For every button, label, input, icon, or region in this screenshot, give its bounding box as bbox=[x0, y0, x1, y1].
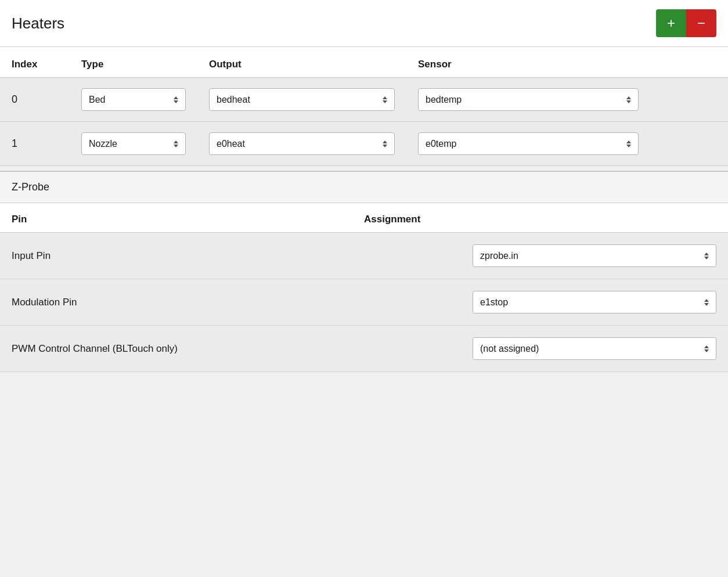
row-1-output-cell: bedheat e0heat e1heat bbox=[209, 132, 418, 155]
table-row: 1 Bed Nozzle Chamber bedheat e0heat e1he… bbox=[0, 122, 728, 165]
col-header-type: Type bbox=[81, 59, 209, 70]
row-0-sensor-cell: bedtemp e0temp e1temp bbox=[418, 88, 716, 111]
row-1-sensor-select[interactable]: bedtemp e0temp e1temp bbox=[418, 132, 639, 155]
header: Heaters + − bbox=[0, 0, 728, 47]
row-0-output-cell: bedheat e0heat e1heat bbox=[209, 88, 418, 111]
row-0-index: 0 bbox=[12, 93, 81, 106]
col-header-sensor: Sensor bbox=[418, 59, 716, 70]
modulation-pin-select[interactable]: e1stop zprobe.in e0stop (not assigned) bbox=[473, 291, 716, 313]
pwm-control-row: PWM Control Channel (BLTouch only) (not … bbox=[0, 326, 728, 372]
input-pin-label: Input Pin bbox=[12, 250, 364, 262]
pin-table-header: Pin Assignment bbox=[0, 203, 728, 232]
row-1-output-select[interactable]: bedheat e0heat e1heat bbox=[209, 132, 395, 155]
row-1-index: 1 bbox=[12, 138, 81, 150]
col-header-output: Output bbox=[209, 59, 418, 70]
row-0-sensor-select[interactable]: bedtemp e0temp e1temp bbox=[418, 88, 639, 111]
modulation-pin-row: Modulation Pin e1stop zprobe.in e0stop (… bbox=[0, 279, 728, 326]
add-button[interactable]: + bbox=[656, 9, 686, 37]
input-pin-row: Input Pin zprobe.in e0stop e1stop (not a… bbox=[0, 233, 728, 279]
assignment-col-header: Assignment bbox=[364, 214, 716, 225]
input-pin-select-wrapper: zprobe.in e0stop e1stop (not assigned) bbox=[364, 244, 716, 267]
table-row: 0 Bed Nozzle Chamber bedheat e0heat e1he… bbox=[0, 78, 728, 121]
pin-col-header: Pin bbox=[12, 214, 364, 225]
modulation-pin-label: Modulation Pin bbox=[12, 297, 364, 308]
zprobe-section: Z-Probe Pin Assignment Input Pin zprobe.… bbox=[0, 171, 728, 372]
row-0-type-select[interactable]: Bed Nozzle Chamber bbox=[81, 88, 186, 111]
pwm-control-select-wrapper: (not assigned) zprobe.in e0stop e1stop bbox=[364, 337, 716, 360]
remove-button[interactable]: − bbox=[686, 9, 716, 37]
header-buttons: + − bbox=[656, 9, 716, 37]
pwm-control-label: PWM Control Channel (BLTouch only) bbox=[12, 343, 364, 355]
modulation-pin-select-wrapper: e1stop zprobe.in e0stop (not assigned) bbox=[364, 291, 716, 313]
col-header-index: Index bbox=[12, 59, 81, 70]
row-1-type-cell: Bed Nozzle Chamber bbox=[81, 132, 209, 155]
row-1-sensor-cell: bedtemp e0temp e1temp bbox=[418, 132, 716, 155]
table-header: Index Type Output Sensor bbox=[0, 47, 728, 77]
row-1-type-select[interactable]: Bed Nozzle Chamber bbox=[81, 132, 186, 155]
heaters-section: Index Type Output Sensor 0 Bed Nozzle Ch… bbox=[0, 47, 728, 166]
input-pin-select[interactable]: zprobe.in e0stop e1stop (not assigned) bbox=[473, 244, 716, 267]
zprobe-label: Z-Probe bbox=[0, 171, 728, 203]
row-0-type-cell: Bed Nozzle Chamber bbox=[81, 88, 209, 111]
row-0-output-select[interactable]: bedheat e0heat e1heat bbox=[209, 88, 395, 111]
page-container: Heaters + − Index Type Output Sensor 0 B… bbox=[0, 0, 728, 372]
row-divider-1 bbox=[0, 165, 728, 166]
page-title: Heaters bbox=[12, 15, 64, 33]
pwm-control-select[interactable]: (not assigned) zprobe.in e0stop e1stop bbox=[473, 337, 716, 360]
